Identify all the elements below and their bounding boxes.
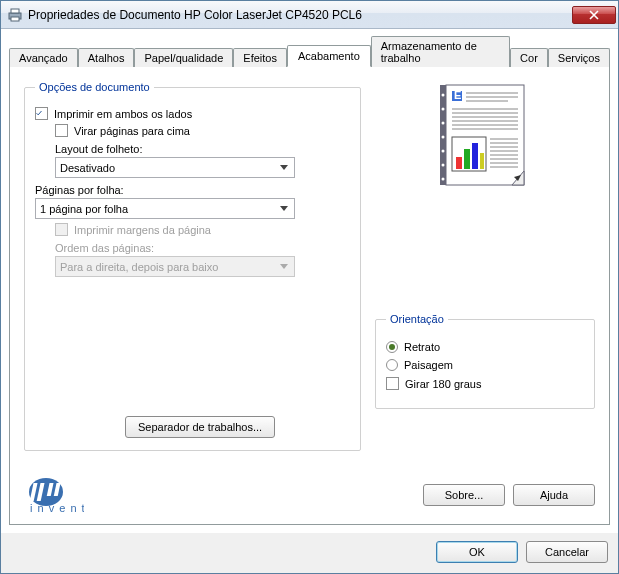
- dialog-footer: OK Cancelar: [1, 533, 618, 573]
- page-order-label: Ordem das páginas:: [55, 242, 350, 254]
- landscape-label: Paisagem: [404, 359, 453, 371]
- tab-label: Avançado: [19, 52, 68, 64]
- tab-label: Cor: [520, 52, 538, 64]
- tab-acabamento[interactable]: Acabamento: [287, 45, 371, 67]
- tab-panel-acabamento: Opções de documento Imprimir em ambos os…: [9, 66, 610, 525]
- print-page-borders-checkbox: [55, 223, 68, 236]
- page-order-dropdown: Para a direita, depois para baixo: [55, 256, 295, 277]
- tab-label: Serviços: [558, 52, 600, 64]
- landscape-radio[interactable]: [386, 359, 398, 371]
- tab-label: Efeitos: [243, 52, 277, 64]
- orientation-landscape-row[interactable]: Paisagem: [386, 359, 584, 371]
- help-label: Ajuda: [540, 489, 568, 501]
- print-page-borders-label: Imprimir margens da página: [74, 224, 211, 236]
- hp-logo-icon: i n v e n t: [24, 476, 84, 514]
- bottom-row: i n v e n t Sobre... Ajuda: [24, 476, 595, 514]
- flip-pages-up-checkbox[interactable]: [55, 124, 68, 137]
- svg-rect-27: [480, 153, 484, 169]
- tab-servicos[interactable]: Serviços: [548, 48, 610, 67]
- tab-cor[interactable]: Cor: [510, 48, 548, 67]
- orientation-legend: Orientação: [386, 313, 448, 325]
- booklet-layout-dropdown[interactable]: Desativado: [55, 157, 295, 178]
- tab-label: Armazenamento de trabalho: [381, 40, 477, 64]
- orientation-portrait-row[interactable]: Retrato: [386, 341, 584, 353]
- portrait-radio[interactable]: [386, 341, 398, 353]
- about-button[interactable]: Sobre...: [423, 484, 505, 506]
- chevron-down-icon: [275, 200, 292, 217]
- chevron-down-icon: [275, 258, 292, 275]
- svg-point-8: [441, 136, 444, 139]
- document-options-group: Opções de documento Imprimir em ambos os…: [24, 81, 361, 451]
- print-both-sides-row[interactable]: Imprimir em ambos os lados: [35, 107, 350, 120]
- svg-point-6: [441, 108, 444, 111]
- tab-papel-qualidade[interactable]: Papel/qualidade: [134, 48, 233, 67]
- svg-rect-25: [464, 149, 470, 169]
- svg-rect-1: [11, 9, 19, 13]
- document-options-legend: Opções de documento: [35, 81, 154, 93]
- tab-label: Acabamento: [298, 50, 360, 62]
- dialog-window: Propriedades de Documento HP Color Laser…: [0, 0, 619, 574]
- page-preview-icon: E: [438, 81, 533, 191]
- svg-text:i n v e n t: i n v e n t: [30, 502, 84, 514]
- svg-text:E: E: [454, 89, 461, 101]
- chevron-down-icon: [275, 159, 292, 176]
- window-title: Propriedades de Documento HP Color Laser…: [28, 8, 572, 22]
- tab-atalhos[interactable]: Atalhos: [78, 48, 135, 67]
- tab-bar: Avançado Atalhos Papel/qualidade Efeitos…: [9, 35, 610, 66]
- pages-per-sheet-dropdown[interactable]: 1 página por folha: [35, 198, 295, 219]
- ok-button[interactable]: OK: [436, 541, 518, 563]
- flip-pages-up-label: Virar páginas para cima: [74, 125, 190, 137]
- svg-point-11: [441, 178, 444, 181]
- portrait-label: Retrato: [404, 341, 440, 353]
- pages-per-sheet-label: Páginas por folha:: [35, 184, 350, 196]
- svg-rect-2: [11, 17, 19, 21]
- printer-icon: [7, 7, 23, 23]
- dialog-body: Avançado Atalhos Papel/qualidade Efeitos…: [1, 29, 618, 533]
- print-both-sides-label: Imprimir em ambos os lados: [54, 108, 192, 120]
- job-separator-button[interactable]: Separador de trabalhos...: [125, 416, 275, 438]
- print-both-sides-checkbox[interactable]: [35, 107, 48, 120]
- rotate-180-row[interactable]: Girar 180 graus: [386, 377, 584, 390]
- tab-avancado[interactable]: Avançado: [9, 48, 78, 67]
- page-order-value: Para a direita, depois para baixo: [60, 261, 218, 273]
- orientation-group: Orientação Retrato Paisagem Girar 180 gr…: [375, 313, 595, 409]
- tab-label: Atalhos: [88, 52, 125, 64]
- svg-point-5: [441, 94, 444, 97]
- svg-point-9: [441, 150, 444, 153]
- cancel-button[interactable]: Cancelar: [526, 541, 608, 563]
- close-button[interactable]: [572, 6, 616, 24]
- rotate-180-label: Girar 180 graus: [405, 378, 481, 390]
- print-page-borders-row: Imprimir margens da página: [55, 223, 350, 236]
- about-label: Sobre...: [445, 489, 484, 501]
- job-separator-label: Separador de trabalhos...: [138, 421, 262, 433]
- ok-label: OK: [469, 546, 485, 558]
- svg-rect-24: [456, 157, 462, 169]
- svg-rect-4: [440, 85, 446, 185]
- booklet-layout-label: Layout de folheto:: [55, 143, 350, 155]
- tab-efeitos[interactable]: Efeitos: [233, 48, 287, 67]
- tab-label: Papel/qualidade: [144, 52, 223, 64]
- svg-point-7: [441, 122, 444, 125]
- titlebar: Propriedades de Documento HP Color Laser…: [1, 1, 618, 29]
- help-button[interactable]: Ajuda: [513, 484, 595, 506]
- svg-point-10: [441, 164, 444, 167]
- svg-rect-26: [472, 143, 478, 169]
- rotate-180-checkbox[interactable]: [386, 377, 399, 390]
- tab-armazenamento[interactable]: Armazenamento de trabalho: [371, 36, 510, 67]
- pages-per-sheet-value: 1 página por folha: [40, 203, 128, 215]
- flip-pages-up-row[interactable]: Virar páginas para cima: [55, 124, 350, 137]
- booklet-layout-value: Desativado: [60, 162, 115, 174]
- cancel-label: Cancelar: [545, 546, 589, 558]
